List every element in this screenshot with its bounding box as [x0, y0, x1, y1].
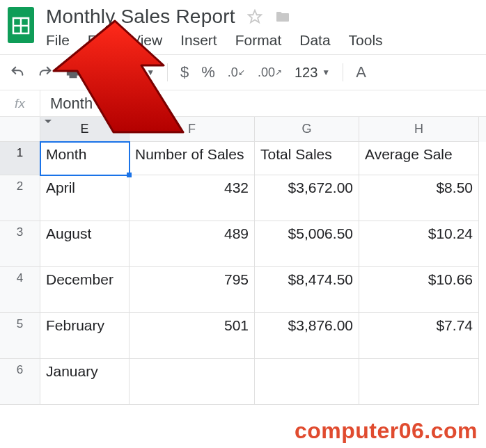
cell-text: $10.66	[428, 271, 473, 288]
document-title[interactable]: Monthly Sales Report	[46, 6, 235, 28]
toolbar-separator	[167, 63, 168, 81]
cell-H4[interactable]: $10.66	[359, 267, 479, 313]
undo-button[interactable]	[10, 65, 25, 80]
sheets-logo[interactable]	[6, 4, 36, 46]
row-header-1[interactable]: 1	[0, 142, 40, 175]
cell-G3[interactable]: $5,006.50	[255, 221, 359, 267]
cell-F1[interactable]: Number of Sales	[130, 142, 255, 175]
cell-G6[interactable]	[255, 359, 359, 405]
sort-marker-icon	[45, 120, 52, 123]
decrease-decimal-button[interactable]: .0↙	[228, 65, 245, 80]
column-header-F[interactable]: F	[130, 117, 255, 142]
zoom-value: 100%	[107, 65, 142, 81]
cell-E6[interactable]: January	[40, 359, 130, 405]
row-header-5[interactable]: 5	[0, 313, 40, 359]
cell-text: $8.50	[436, 179, 473, 196]
caret-down-icon: ▼	[146, 67, 155, 77]
cell-E1[interactable]: Month	[40, 142, 130, 175]
cell-text: August	[46, 225, 91, 242]
star-icon[interactable]	[246, 8, 263, 25]
cell-H1[interactable]: Average Sale	[359, 142, 479, 175]
row-header-6[interactable]: 6	[0, 359, 40, 405]
cell-text: $3,876.00	[288, 317, 353, 334]
column-header-E[interactable]: E	[40, 117, 130, 142]
row-header-3[interactable]: 3	[0, 221, 40, 267]
cell-H5[interactable]: $7.74	[359, 313, 479, 359]
menu-data[interactable]: Data	[299, 32, 330, 49]
cell-text: 432	[224, 179, 249, 196]
cell-text: February	[46, 317, 104, 334]
cell-H2[interactable]: $8.50	[359, 175, 479, 221]
cell-E4[interactable]: December	[40, 267, 130, 313]
cell-text: 489	[224, 225, 249, 242]
column-header-H[interactable]: H	[359, 117, 479, 142]
cell-text: April	[46, 179, 75, 196]
cell-G1[interactable]: Total Sales	[255, 142, 359, 175]
redo-button[interactable]	[38, 65, 53, 80]
cell-F4[interactable]: 795	[130, 267, 255, 313]
caret-down-icon: ▼	[322, 67, 330, 77]
toolbar-separator	[343, 63, 343, 81]
menu-edit[interactable]: Edit	[88, 32, 113, 49]
spreadsheet-grid: E F G H 1 Month Number of Sales Total Sa…	[0, 117, 486, 405]
number-format-dropdown[interactable]: 123 ▼	[295, 65, 330, 81]
zoom-dropdown[interactable]: 100% ▼	[107, 65, 155, 81]
menu-file[interactable]: File	[46, 32, 70, 49]
cell-text: $7.74	[436, 317, 473, 334]
menu-view[interactable]: View	[131, 32, 162, 49]
cell-H3[interactable]: $10.24	[359, 221, 479, 267]
menu-format[interactable]: Format	[235, 32, 282, 49]
cell-F2[interactable]: 432	[130, 175, 255, 221]
cell-text: $8,474.50	[288, 271, 353, 288]
cell-F6[interactable]	[130, 359, 255, 405]
cell-G2[interactable]: $3,672.00	[255, 175, 359, 221]
column-label: F	[188, 122, 196, 136]
menu-tools[interactable]: Tools	[349, 32, 383, 49]
cell-text: $3,672.00	[288, 179, 353, 196]
cell-text: Number of Sales	[135, 146, 244, 163]
cell-text: December	[46, 271, 113, 288]
cell-F3[interactable]: 489	[130, 221, 255, 267]
fill-handle[interactable]	[127, 173, 132, 177]
table-row: 5 February 501 $3,876.00 $7.74	[0, 313, 486, 359]
cell-E5[interactable]: February	[40, 313, 130, 359]
svg-marker-4	[249, 10, 261, 22]
folder-icon[interactable]	[274, 8, 291, 25]
fx-label: fx	[0, 90, 40, 116]
cell-F5[interactable]: 501	[130, 313, 255, 359]
currency-button[interactable]: $	[180, 63, 189, 81]
increase-decimal-button[interactable]: .00↗	[258, 65, 282, 80]
cell-E2[interactable]: April	[40, 175, 130, 221]
select-all-corner[interactable]	[0, 117, 40, 142]
cell-text: 501	[224, 317, 249, 334]
column-label: G	[301, 122, 311, 136]
cell-text: Total Sales	[260, 146, 332, 163]
cell-G4[interactable]: $8,474.50	[255, 267, 359, 313]
menu-bar: File Edit View Insert Format Data Tools	[46, 29, 480, 54]
cell-E3[interactable]: August	[40, 221, 130, 267]
decrease-decimal-label: .0	[228, 65, 238, 80]
cell-G5[interactable]: $3,876.00	[255, 313, 359, 359]
number-format-label: 123	[295, 65, 318, 81]
cell-text: $10.24	[428, 225, 473, 242]
row-header-4[interactable]: 4	[0, 267, 40, 313]
increase-decimal-label: .00	[258, 65, 275, 80]
row-header-2[interactable]: 2	[0, 175, 40, 221]
column-header-G[interactable]: G	[255, 117, 359, 142]
formula-input[interactable]: Month	[40, 95, 102, 113]
table-row: 4 December 795 $8,474.50 $10.66	[0, 267, 486, 313]
table-row: 3 August 489 $5,006.50 $10.24	[0, 221, 486, 267]
formula-bar: fx Month	[0, 90, 486, 117]
cell-text: $5,006.50	[288, 225, 353, 242]
cell-H6[interactable]	[359, 359, 479, 405]
menu-insert[interactable]: Insert	[180, 32, 217, 49]
print-button[interactable]	[65, 65, 81, 80]
font-dropdown[interactable]: A	[356, 63, 366, 81]
column-label: E	[80, 122, 88, 136]
percent-button[interactable]: %	[201, 63, 215, 81]
table-row: 2 April 432 $3,672.00 $8.50	[0, 175, 486, 221]
column-label: H	[414, 122, 423, 136]
toolbar: 100% ▼ $ % .0↙ .00↗ 123 ▼ A	[0, 54, 486, 90]
toolbar-separator	[93, 63, 94, 81]
watermark-text: computer06.com	[295, 418, 478, 444]
